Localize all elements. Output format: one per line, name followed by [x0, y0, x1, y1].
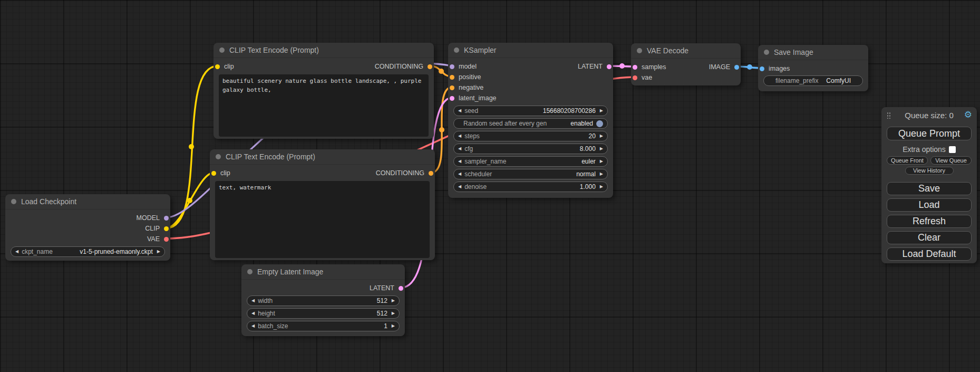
input-label: images	[769, 63, 790, 74]
arrow-right-icon[interactable]: ▶	[600, 156, 603, 167]
node-title-bar[interactable]: KSampler	[448, 43, 613, 58]
arrow-left-icon[interactable]: ◀	[458, 106, 461, 116]
widget-label: sampler_name	[464, 158, 506, 165]
filename-prefix-widget[interactable]: filename_prefix ComfyUI	[763, 75, 863, 86]
model-input-port[interactable]	[450, 64, 454, 69]
model-output-port[interactable]	[164, 216, 169, 221]
input-label: vae	[642, 72, 652, 83]
input-label: model	[459, 61, 477, 72]
prompt-textarea[interactable]: beautiful scenery nature glass bottle la…	[219, 74, 429, 137]
node-load-checkpoint[interactable]: Load Checkpoint MODEL CLIP VAE ◀ ckpt_na…	[5, 194, 170, 261]
node-empty-latent-image[interactable]: Empty Latent Image LATENT ◀ width 512 ▶ …	[241, 264, 405, 336]
arrow-left-icon[interactable]: ◀	[458, 144, 461, 154]
arrow-right-icon[interactable]: ▶	[600, 131, 603, 141]
widget-value: 512	[377, 310, 387, 317]
node-collapse-dot-icon[interactable]	[219, 47, 225, 53]
drag-handle-icon[interactable]	[887, 112, 891, 119]
node-clip-text-encode-positive[interactable]: CLIP Text Encode (Prompt) clip CONDITION…	[214, 43, 434, 139]
arrow-right-icon[interactable]: ▶	[600, 106, 603, 116]
node-title-bar[interactable]: CLIP Text Encode (Prompt)	[214, 43, 434, 58]
arrow-right-icon[interactable]: ▶	[157, 246, 160, 257]
prompt-textarea[interactable]: text, watermark	[215, 181, 430, 258]
output-row: MODEL	[5, 213, 170, 223]
arrow-left-icon[interactable]: ◀	[251, 295, 255, 306]
cfg-widget[interactable]: ◀ cfg 8.000 ▶	[453, 144, 608, 154]
clip-input-port[interactable]	[211, 171, 216, 176]
scheduler-widget[interactable]: ◀ scheduler normal ▶	[453, 169, 608, 179]
widget-label: steps	[464, 132, 480, 140]
samples-input-port[interactable]	[633, 65, 637, 70]
random-seed-widget[interactable]: Random seed after every gen enabled	[453, 118, 608, 129]
arrow-right-icon[interactable]: ▶	[600, 169, 603, 179]
load-button[interactable]: Load	[887, 198, 972, 212]
node-collapse-dot-icon[interactable]	[247, 269, 253, 274]
images-input-port[interactable]	[760, 66, 764, 71]
widget-label: width	[258, 297, 273, 304]
node-title: Save Image	[774, 48, 813, 56]
port-row: model LATENT	[448, 61, 613, 72]
queue-panel-header[interactable]: Queue size: 0 ⚙	[881, 107, 977, 123]
node-title-bar[interactable]: CLIP Text Encode (Prompt)	[210, 149, 435, 165]
denoise-widget[interactable]: ◀ denoise 1.000 ▶	[453, 182, 608, 192]
clear-button[interactable]: Clear	[887, 231, 972, 244]
toggle-dot-icon[interactable]	[596, 120, 603, 127]
view-queue-button[interactable]: View Queue	[930, 156, 972, 165]
sampler-name-widget[interactable]: ◀ sampler_name euler ▶	[453, 156, 608, 167]
arrow-right-icon[interactable]: ▶	[392, 295, 395, 306]
node-title-bar[interactable]: Empty Latent Image	[241, 264, 405, 280]
clip-input-port[interactable]	[215, 64, 220, 69]
clip-output-port[interactable]	[164, 226, 169, 231]
node-collapse-dot-icon[interactable]	[11, 199, 16, 204]
latent-output-port[interactable]	[607, 64, 612, 69]
conditioning-output-port[interactable]	[429, 171, 433, 176]
gear-icon[interactable]: ⚙	[964, 109, 972, 120]
widget-value: euler	[581, 158, 596, 165]
vae-input-port[interactable]	[633, 75, 637, 80]
queue-front-button[interactable]: Queue Front	[887, 156, 928, 165]
negative-input-port[interactable]	[450, 85, 454, 90]
widget-label: Random seed after every gen	[463, 120, 547, 127]
arrow-right-icon[interactable]: ▶	[600, 144, 603, 154]
output-row: LATENT	[241, 283, 405, 293]
extra-options-checkbox[interactable]	[949, 146, 956, 153]
width-widget[interactable]: ◀ width 512 ▶	[247, 295, 400, 306]
batch-size-widget[interactable]: ◀ batch_size 1 ▶	[247, 321, 400, 331]
arrow-left-icon[interactable]: ◀	[458, 182, 461, 192]
positive-input-port[interactable]	[450, 75, 454, 80]
vae-output-port[interactable]	[164, 237, 169, 242]
queue-prompt-button[interactable]: Queue Prompt	[887, 127, 972, 140]
node-ksampler[interactable]: KSampler model LATENT positive negative …	[448, 43, 613, 198]
view-history-button[interactable]: View History	[905, 167, 954, 175]
arrow-right-icon[interactable]: ▶	[392, 321, 395, 331]
image-output-port[interactable]	[734, 65, 739, 70]
arrow-left-icon[interactable]: ◀	[251, 308, 255, 319]
arrow-left-icon[interactable]: ◀	[251, 321, 255, 331]
node-collapse-dot-icon[interactable]	[764, 50, 769, 55]
latent-output-port[interactable]	[399, 286, 403, 291]
node-title-bar[interactable]: Save Image	[758, 45, 868, 60]
ckpt-name-widget[interactable]: ◀ ckpt_name v1-5-pruned-emaonly.ckpt ▶	[11, 246, 165, 257]
node-clip-text-encode-negative[interactable]: CLIP Text Encode (Prompt) clip CONDITION…	[210, 149, 435, 260]
save-button[interactable]: Save	[887, 182, 972, 195]
node-save-image[interactable]: Save Image images filename_prefix ComfyU…	[758, 45, 868, 91]
node-collapse-dot-icon[interactable]	[216, 154, 221, 159]
node-title-bar[interactable]: Load Checkpoint	[5, 194, 170, 209]
arrow-left-icon[interactable]: ◀	[15, 246, 18, 257]
seed-widget[interactable]: ◀ seed 156680208700286 ▶	[453, 106, 608, 116]
output-label: VAE	[147, 234, 160, 244]
node-collapse-dot-icon[interactable]	[637, 48, 642, 53]
node-title-bar[interactable]: VAE Decode	[631, 43, 741, 59]
latent-image-input-port[interactable]	[450, 96, 454, 101]
conditioning-output-port[interactable]	[428, 64, 432, 69]
node-vae-decode[interactable]: VAE Decode samples IMAGE vae	[631, 43, 741, 85]
arrow-left-icon[interactable]: ◀	[458, 169, 461, 179]
load-default-button[interactable]: Load Default	[887, 247, 972, 261]
steps-widget[interactable]: ◀ steps 20 ▶	[453, 131, 608, 141]
arrow-right-icon[interactable]: ▶	[600, 182, 603, 192]
refresh-button[interactable]: Refresh	[887, 215, 972, 228]
arrow-left-icon[interactable]: ◀	[458, 131, 461, 141]
node-collapse-dot-icon[interactable]	[454, 47, 459, 53]
height-widget[interactable]: ◀ height 512 ▶	[247, 308, 400, 319]
arrow-right-icon[interactable]: ▶	[392, 308, 395, 319]
arrow-left-icon[interactable]: ◀	[458, 156, 461, 167]
